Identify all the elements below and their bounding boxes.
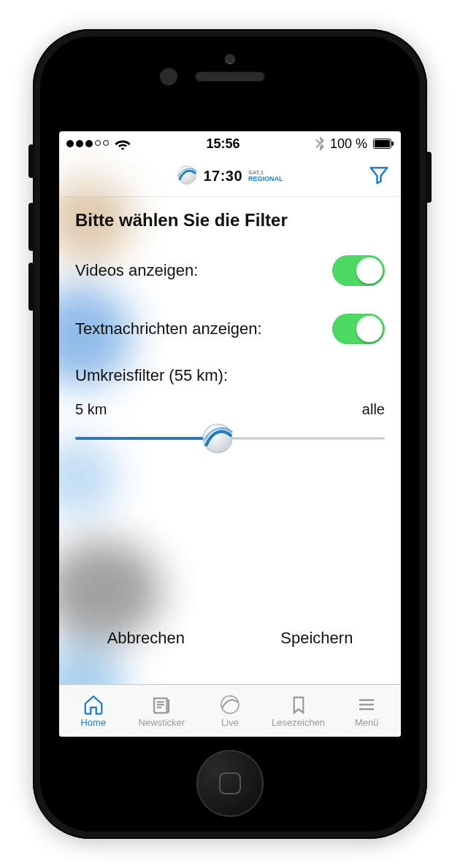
funnel-icon bbox=[368, 164, 390, 189]
app-header: 17:30 SAT.1 REGIONAL bbox=[59, 156, 401, 197]
toggle-textnachrichten[interactable] bbox=[332, 314, 385, 344]
status-time: 15:56 bbox=[206, 136, 239, 152]
wifi-icon bbox=[115, 138, 131, 150]
tab-menu[interactable]: Menü bbox=[332, 685, 401, 737]
ios-status-bar: 15:56 100 % bbox=[59, 131, 401, 156]
filter-button[interactable] bbox=[364, 162, 394, 191]
front-camera bbox=[225, 54, 235, 64]
tab-label: Live bbox=[221, 717, 239, 728]
sat1-ball-icon bbox=[219, 694, 241, 716]
slider-min-label: 5 km bbox=[75, 401, 107, 418]
battery-icon bbox=[373, 139, 394, 149]
bookmark-icon bbox=[288, 694, 310, 716]
dialog-buttons: Abbrechen Speichern bbox=[59, 621, 401, 655]
mute-switch bbox=[28, 144, 34, 178]
toggle-videos[interactable] bbox=[332, 255, 385, 286]
row-videos: Videos anzeigen: bbox=[75, 249, 385, 292]
screen: 15:56 100 % bbox=[59, 131, 401, 737]
tab-live[interactable]: Live bbox=[196, 685, 264, 737]
label-videos: Videos anzeigen: bbox=[75, 261, 198, 280]
app-logo: 17:30 SAT.1 REGIONAL bbox=[177, 165, 283, 188]
slider-max-label: alle bbox=[362, 401, 385, 418]
save-button[interactable]: Speichern bbox=[276, 621, 357, 655]
phone-frame: 15:56 100 % bbox=[33, 29, 427, 839]
home-button[interactable] bbox=[196, 750, 264, 817]
volume-up bbox=[28, 203, 34, 251]
menu-icon bbox=[356, 694, 377, 716]
power-button bbox=[426, 152, 432, 203]
brand-subtitle: SAT.1 REGIONAL bbox=[248, 170, 283, 182]
label-textnachrichten: Textnachrichten anzeigen: bbox=[75, 319, 262, 338]
home-icon bbox=[83, 694, 104, 716]
tab-home[interactable]: Home bbox=[59, 685, 128, 737]
proximity-sensor bbox=[160, 68, 177, 85]
filter-panel: Bitte wählen Sie die Filter Videos anzei… bbox=[59, 197, 401, 454]
row-textnachrichten: Textnachrichten anzeigen: bbox=[75, 308, 385, 350]
tab-lesezeichen[interactable]: Lesezeichen bbox=[264, 685, 333, 737]
slider-handle[interactable] bbox=[202, 422, 234, 454]
cancel-button[interactable]: Abbrechen bbox=[103, 621, 189, 655]
radius-filter: Umkreisfilter (55 km): 5 km alle bbox=[75, 366, 385, 454]
tab-bar: Home Newsticker Live bbox=[59, 684, 401, 737]
volume-down bbox=[28, 263, 34, 311]
earpiece bbox=[195, 71, 265, 82]
tab-label: Newsticker bbox=[139, 717, 185, 728]
battery-text: 100 % bbox=[330, 136, 367, 152]
panel-title: Bitte wählen Sie die Filter bbox=[75, 210, 385, 230]
svg-rect-2 bbox=[392, 142, 394, 146]
slider-fill bbox=[75, 437, 218, 440]
bluetooth-icon bbox=[315, 136, 324, 151]
sat1-ball-icon bbox=[177, 165, 197, 188]
label-umkreisfilter: Umkreisfilter (55 km): bbox=[75, 366, 385, 385]
svg-rect-1 bbox=[375, 140, 390, 147]
tab-newsticker[interactable]: Newsticker bbox=[128, 685, 196, 737]
brand-time: 17:30 bbox=[203, 168, 242, 185]
tab-label: Menü bbox=[355, 717, 379, 728]
tab-label: Home bbox=[80, 717, 106, 728]
newspaper-icon bbox=[150, 694, 172, 716]
signal-strength-icon bbox=[66, 140, 109, 147]
radius-slider[interactable] bbox=[75, 422, 385, 454]
tab-label: Lesezeichen bbox=[272, 717, 325, 728]
